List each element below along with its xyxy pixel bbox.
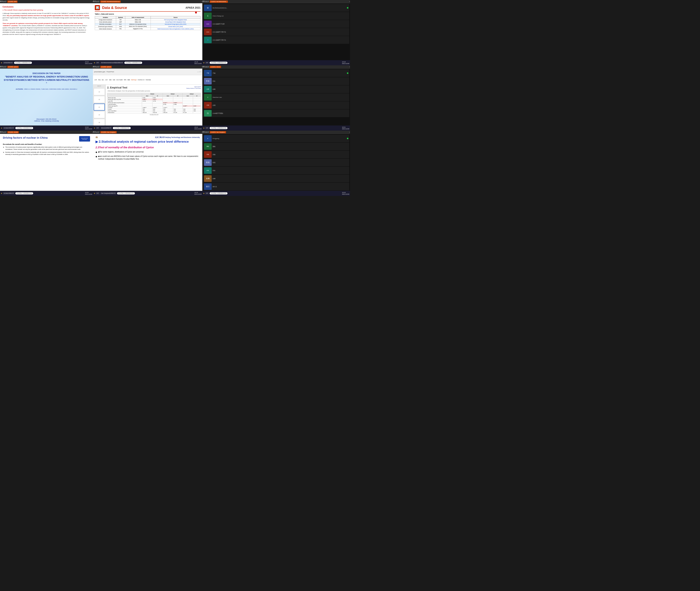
taskbar3a-app-label: 安洪振的屏幕共享 [3,192,15,195]
taskbar2b-search[interactable]: 在这里输入你要搜索的内容 [113,127,131,129]
table-row-constant: Constant 1.660*** 0.832*** 1.519*** [107,107,201,109]
participant-avatar: X [204,94,212,101]
cell-ldo-v2 [152,104,163,105]
participant-avatar: 子铭 [204,70,212,76]
taskbar3a-search-text: 在这里输入你要搜索的内容 [17,193,32,194]
address-text: Xi'an Jiaotong University [41,120,59,122]
tab-mathtype[interactable]: MathType [131,79,137,80]
cell-ishare-v3 [163,97,173,99]
slide-thumb-16[interactable]: 16 [94,119,105,126]
tab-design[interactable]: 设计 [105,79,108,81]
participant-name: 2131金融学子群讨论 [213,39,348,41]
taskbar1c-clock: 15:16 2021/12/26 [342,61,349,64]
participant-list-mid: 子铭 子铭 学冬 学冬 余琳 余琳 X Xianchun Liao 左朝 左朝 … [202,69,350,126]
cell-obs-v6 [193,112,201,114]
th-sub-empty [107,95,142,97]
panel9-content: P Pengpeng 翼航 翼航 洪振 洪振 双燕 双燕 学冬 学冬 余琳 [202,134,350,191]
taskbar-3b: 🖥 S中 Gao Xiangbao的屏幕共享 在这里输入你要搜索的内容 15:2… [93,191,202,196]
tab-slideshow[interactable]: 幻灯片放映 [116,79,123,81]
participant-item: 余琳 余琳 [203,175,349,182]
taskbar1c-search[interactable]: 在这里输入你要搜索的内容 [210,62,228,64]
panel9-speaker: 正在讲话: Gao Xiangbacc [210,131,226,133]
tab-animations[interactable]: 动画 [113,79,115,81]
taskbar2a-search[interactable]: 在这里输入你要搜索的内容 [15,127,33,129]
taskbar1a-clock: 15:19 2021/12/26 [85,61,92,64]
taskbar3c-search[interactable]: 在这里输入你要搜索的内容 [210,192,228,194]
table-row: Foreign direct investment FDI Million US… [95,19,201,21]
panel6-topbar: 腾讯会议 正在讲话: 张欣欣 × [202,65,350,69]
slide-thumb-15[interactable]: 15 [94,111,105,118]
ppt-bottom-note: 单变量处理加注释 [107,114,201,116]
taskbar1a-search[interactable]: 在这里输入你要搜索的内容 [14,62,32,64]
cell-ctrl-label: Control [107,109,142,110]
taskbar3c-icon: 🖥 [203,193,205,194]
panel5-meeting-label: 腾讯会议 [93,66,99,68]
cell-ishare-v6 [193,97,201,99]
taskbar2c-search[interactable]: 在这里输入你要搜索的内容 [210,127,228,129]
participant-item: X Xianchun Liao [203,93,349,101]
tab-insert[interactable]: 插入 [102,79,104,81]
slide-thumb-13[interactable]: 13 [94,96,105,103]
cell-ldo-v4: (1.98) [173,104,182,105]
cell-gdp-var: Gross domestic product [95,21,116,23]
tab-view[interactable]: 视图 [128,79,130,81]
ppt-content-area: 2. Empirical Test 北京工业大学Beijing Institut… [106,85,202,126]
empirical-table: Default Default Default OLS IV OLS IV OL… [107,93,201,114]
panel4-content: DISCUSSION ON THE PAPER "BENEFIT ANALYSI… [0,69,93,126]
tab-endnote[interactable]: EndNote 20 [138,79,145,80]
participant-name: 子铭 [213,72,346,74]
slide-thumb-12[interactable]: 12 [94,88,105,95]
slide-thumb-14[interactable]: 14 [94,104,105,111]
taskbar1c-time: 15:16 [342,61,345,63]
panel1-meeting-label: 腾讯会议 [0,0,7,3]
th-ols3: OLS [182,95,193,97]
tab-file[interactable]: 文件 [94,79,97,81]
participant-avatar: 前行 [204,183,212,190]
speaking-indicator [347,138,348,139]
cell-lto-v4 [173,100,182,102]
slide-panel-label: 幻灯片 [93,85,105,87]
cell-lto-v6 [193,100,201,102]
tab-special[interactable]: 特别功能 [146,79,151,81]
taskbar1c-search-text: 在这里输入你要搜索的内容 [211,62,226,63]
table-row: Greenhouse gas emissions GHG Metric tons… [95,25,201,28]
panel8-content: 🏫 北京工商大学 Beijing Technology and Business… [93,134,202,191]
cell-lto-v3 [163,100,173,102]
participant-name: 学冬 [213,80,348,82]
taskbar1b-s-label: S中 [96,61,100,64]
ppt-slide-panel: 幻灯片 12 13 14 15 16 [93,85,106,126]
participant-item: 子铭 子铭 [203,69,349,77]
cell-ghg-sym: GHG [116,25,125,28]
tab-home[interactable]: 开始 [98,79,101,81]
cell-ldo-v6 [193,104,201,105]
cell-const-v3: 1.519*** [163,107,173,109]
taskbar3b-clock: 15:23 2021/12/26 [194,192,202,195]
authors-text: MING LV, ZHANG ZHANG, YUAN GAO, CHENYANG… [24,88,77,90]
taskbar3a-search[interactable]: 在这里输入你要搜索的内容 [15,192,33,194]
panel-participants-top: 腾讯会议 正在讲话: Md.IftekharAshid... × M Md.If… [202,0,350,60]
tab-review[interactable]: 审阅 [124,79,126,81]
cell-pc-label: iShare-type App*PC [107,105,142,107]
taskbar1a-app-icon: 🖥 [1,62,2,64]
nuclear-title: Driving factors of nuclear in China [3,136,48,139]
taskbar1c-label: S中 [205,61,209,64]
table-row-control: Control YES YES YES YES YES YES [107,109,201,110]
participant-avatar: 21 [204,110,212,117]
table-row-fixedeffect: Time Fixed Effect YES YES YES YES YES YE… [107,110,201,112]
taskbar1b-search[interactable]: 在这里输入你要搜索的内容 [124,62,142,64]
taskbar-3c: 🖥 S中 在这里输入你要搜索的内容 15:23 2021/12/26 [202,191,350,196]
nuclear-bullet-1: ➤ The economics of nuclear power improve… [3,146,90,150]
cell-fe-v6: YES [193,110,201,112]
panel4-topbar: 腾讯会议 正在讲话: 赵欣欣 × [0,65,93,69]
cell-ishare-v2: 0.034 [152,97,163,99]
taskbar3b-search[interactable]: 在这里输入你要搜索的内容 [117,192,135,194]
cell-ishare-label: iShare-type App [107,97,142,99]
cell-ishare-v4 [173,97,182,99]
cell-ldo-label: Long Description [107,104,142,105]
participant-item: C Chen-Chang Lee [203,12,349,20]
cell-ctrl-v5: YES [182,109,193,110]
participant-item: 2131 2131金融学子群讨论 [203,28,349,36]
tab-transitions[interactable]: 切换 [109,79,111,81]
participant-avatar: 左朝 [204,102,212,109]
cell-const-v1: 1.660*** [142,107,152,109]
